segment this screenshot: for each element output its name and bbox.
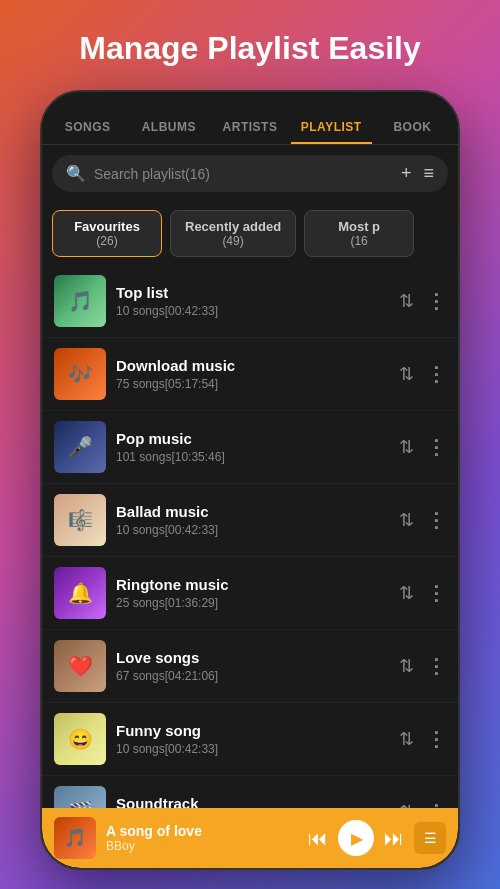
more-icon-ballad[interactable]: ⋮ <box>426 508 446 532</box>
playlist-name-pop: Pop music <box>116 430 389 447</box>
playlist-meta-pop: 101 songs[10:35:46] <box>116 450 389 464</box>
more-icon-ringtone[interactable]: ⋮ <box>426 581 446 605</box>
playlist-info-download: Download music 75 songs[05:17:54] <box>116 357 389 391</box>
playlist-info-pop: Pop music 101 songs[10:35:46] <box>116 430 389 464</box>
more-icon-funny[interactable]: ⋮ <box>426 727 446 751</box>
pill-most-name: Most p <box>319 219 399 234</box>
playlist-info-ballad: Ballad music 10 songs[00:42:33] <box>116 503 389 537</box>
playlist-meta-funny: 10 songs[00:42:33] <box>116 742 389 756</box>
playlist-actions-download: ⇅ ⋮ <box>399 362 446 386</box>
playlist-meta-ballad: 10 songs[00:42:33] <box>116 523 389 537</box>
now-playing-emoji: 🎵 <box>64 827 86 849</box>
pill-favourites-name: Favourites <box>67 219 147 234</box>
playlist-meta-toplist: 10 songs[00:42:33] <box>116 304 389 318</box>
tab-playlist[interactable]: PLAYLIST <box>291 112 372 144</box>
player-controls: ⏮ ▶ ⏭ ☰ <box>308 820 446 856</box>
playlist-info-love: Love songs 67 songs[04:21:06] <box>116 649 389 683</box>
search-actions: + ≡ <box>401 163 434 184</box>
pill-recently-added[interactable]: Recently added (49) <box>170 210 296 257</box>
more-icon-download[interactable]: ⋮ <box>426 362 446 386</box>
playlist-actions-toplist: ⇅ ⋮ <box>399 289 446 313</box>
more-icon-toplist[interactable]: ⋮ <box>426 289 446 313</box>
now-playing-artist: BBoy <box>106 839 298 853</box>
playlist-info-funny: Funny song 10 songs[00:42:33] <box>116 722 389 756</box>
search-bar: 🔍 Search playlist(16) + ≡ <box>52 155 448 192</box>
phone-notch <box>190 92 310 116</box>
pill-most-played[interactable]: Most p (16 <box>304 210 414 257</box>
tab-book[interactable]: BOOK <box>372 112 453 144</box>
reorder-icon-ringtone[interactable]: ⇅ <box>399 582 414 604</box>
list-item[interactable]: 🎵 Top list 10 songs[00:42:33] ⇅ ⋮ <box>42 265 458 338</box>
reorder-icon-love[interactable]: ⇅ <box>399 655 414 677</box>
playlist-name-download: Download music <box>116 357 389 374</box>
now-playing-title: A song of love <box>106 823 298 839</box>
reorder-icon-funny[interactable]: ⇅ <box>399 728 414 750</box>
playlist-name-funny: Funny song <box>116 722 389 739</box>
list-item[interactable]: 🎼 Ballad music 10 songs[00:42:33] ⇅ ⋮ <box>42 484 458 557</box>
list-item[interactable]: 🎶 Download music 75 songs[05:17:54] ⇅ ⋮ <box>42 338 458 411</box>
playlist-name-ringtone: Ringtone music <box>116 576 389 593</box>
playlist-actions-love: ⇅ ⋮ <box>399 654 446 678</box>
list-item[interactable]: 🔔 Ringtone music 25 songs[01:36:29] ⇅ ⋮ <box>42 557 458 630</box>
playlist-list: 🎵 Top list 10 songs[00:42:33] ⇅ ⋮ 🎶 Down… <box>42 265 458 811</box>
search-icon: 🔍 <box>66 164 86 183</box>
play-button[interactable]: ▶ <box>338 820 374 856</box>
tab-albums[interactable]: ALBUMS <box>128 112 209 144</box>
list-item[interactable]: 🎬 Soundtrack 30 songs[02:15:00] ⇅ ⋮ <box>42 776 458 811</box>
reorder-icon-ballad[interactable]: ⇅ <box>399 509 414 531</box>
playlist-thumb-love: ❤️ <box>54 640 106 692</box>
playlist-thumb-ringtone: 🔔 <box>54 567 106 619</box>
tab-songs[interactable]: SONGS <box>47 112 128 144</box>
playlist-thumb-funny: 😄 <box>54 713 106 765</box>
pill-favourites-count: (26) <box>67 234 147 248</box>
pill-most-count: (16 <box>319 234 399 248</box>
playlist-queue-icon: ☰ <box>424 830 437 846</box>
playlist-meta-download: 75 songs[05:17:54] <box>116 377 389 391</box>
filter-button[interactable]: ≡ <box>423 163 434 184</box>
search-placeholder[interactable]: Search playlist(16) <box>94 166 393 182</box>
reorder-icon-download[interactable]: ⇅ <box>399 363 414 385</box>
now-playing-bar[interactable]: 🎵 A song of love BBoy ⏮ ▶ ⏭ ☰ <box>42 808 458 868</box>
list-item[interactable]: ❤️ Love songs 67 songs[04:21:06] ⇅ ⋮ <box>42 630 458 703</box>
phone-screen: SONGS ALBUMS ARTISTS PLAYLIST BOOK 🔍 Sea… <box>42 92 458 868</box>
pill-recently-count: (49) <box>185 234 281 248</box>
list-item[interactable]: 😄 Funny song 10 songs[00:42:33] ⇅ ⋮ <box>42 703 458 776</box>
playlist-thumb-ballad: 🎼 <box>54 494 106 546</box>
play-icon: ▶ <box>351 829 363 848</box>
playlist-name-ballad: Ballad music <box>116 503 389 520</box>
playlist-info-toplist: Top list 10 songs[00:42:33] <box>116 284 389 318</box>
reorder-icon-toplist[interactable]: ⇅ <box>399 290 414 312</box>
more-icon-love[interactable]: ⋮ <box>426 654 446 678</box>
playlist-queue-button[interactable]: ☰ <box>414 822 446 854</box>
playlist-info-ringtone: Ringtone music 25 songs[01:36:29] <box>116 576 389 610</box>
playlist-actions-pop: ⇅ ⋮ <box>399 435 446 459</box>
playlist-actions-ballad: ⇅ ⋮ <box>399 508 446 532</box>
playlist-name-toplist: Top list <box>116 284 389 301</box>
playlist-meta-love: 67 songs[04:21:06] <box>116 669 389 683</box>
now-playing-info: A song of love BBoy <box>106 823 298 853</box>
playlist-actions-ringtone: ⇅ ⋮ <box>399 581 446 605</box>
page-title: Manage Playlist Easily <box>0 0 500 87</box>
now-playing-thumb: 🎵 <box>54 817 96 859</box>
phone-container: SONGS ALBUMS ARTISTS PLAYLIST BOOK 🔍 Sea… <box>40 90 460 870</box>
tab-artists[interactable]: ARTISTS <box>209 112 290 144</box>
playlist-thumb-download: 🎶 <box>54 348 106 400</box>
playlist-name-love: Love songs <box>116 649 389 666</box>
reorder-icon-pop[interactable]: ⇅ <box>399 436 414 458</box>
playlist-meta-ringtone: 25 songs[01:36:29] <box>116 596 389 610</box>
playlist-thumb-pop: 🎤 <box>54 421 106 473</box>
category-pills: Favourites (26) Recently added (49) Most… <box>42 202 458 265</box>
playlist-actions-funny: ⇅ ⋮ <box>399 727 446 751</box>
prev-button[interactable]: ⏮ <box>308 827 328 850</box>
playlist-thumb-toplist: 🎵 <box>54 275 106 327</box>
list-item[interactable]: 🎤 Pop music 101 songs[10:35:46] ⇅ ⋮ <box>42 411 458 484</box>
pill-recently-name: Recently added <box>185 219 281 234</box>
next-button[interactable]: ⏭ <box>384 827 404 850</box>
more-icon-pop[interactable]: ⋮ <box>426 435 446 459</box>
pill-favourites[interactable]: Favourites (26) <box>52 210 162 257</box>
add-playlist-button[interactable]: + <box>401 163 412 184</box>
